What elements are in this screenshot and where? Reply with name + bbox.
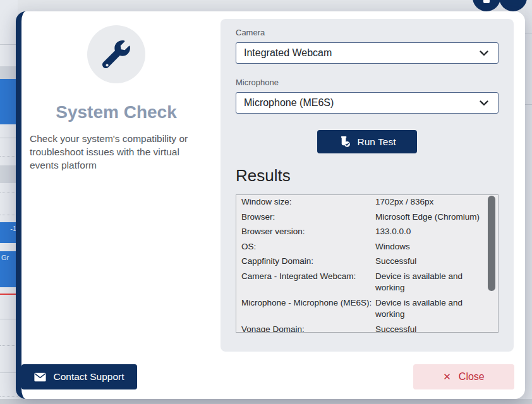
result-label: Microphone - Microphone (ME6S): [241,297,375,321]
run-test-label: Run Test [358,136,396,148]
microphone-label: Microphone [236,78,499,87]
calendar-gridline-dotted [0,345,18,346]
result-value: Microsoft Edge (Chromium) [375,211,493,223]
close-icon: ✕ [443,371,451,383]
camera-select-value: Integrated Webcam [244,47,332,59]
calendar-band [0,165,18,183]
current-time-indicator [0,294,18,295]
result-value: Successful [375,324,493,333]
result-label: Vonage Domain: [241,324,375,333]
calendar-gridline-dotted [0,193,18,193]
calendar-event-cell: Gr [0,251,18,287]
result-value: Device is available and working [375,297,493,321]
background-line [525,33,532,33]
camera-label: Camera [236,28,499,37]
result-label: Browser: [241,211,375,223]
calendar-event-cell: -1 [0,222,18,243]
calendar-gridline-dotted [0,396,18,397]
system-check-description: Check your system's compatibility or tro… [30,133,203,172]
calendar-gridline-dotted [0,215,18,215]
table-row: Camera - Integrated Webcam: Device is av… [236,270,498,296]
close-label: Close [459,371,485,383]
result-label: Camera - Integrated Webcam: [241,271,375,294]
result-value: 1702px / 836px [375,196,493,208]
chevron-down-icon [478,97,490,109]
calendar-gridline-dotted [0,156,18,157]
header-close-button-partial[interactable] [499,0,527,11]
table-row: Browser: Microsoft Edge (Chromium) [236,210,498,225]
calendar-gridline [0,372,18,373]
results-heading: Results [236,166,499,186]
table-row: OS: Windows [236,240,498,255]
background-page-edge [525,0,532,404]
calendar-gridline [0,319,18,319]
header-help-button-partial[interactable] [473,0,500,11]
envelope-icon [34,372,46,382]
table-row: Window size: 1702px / 836px [236,195,498,210]
background-calendar-fragment: -1 Gr [0,0,18,404]
microphone-select[interactable]: Microphone (ME6S) [236,92,499,114]
close-button[interactable]: ✕ Close [413,364,514,389]
system-check-info: System Check Check your system's compati… [21,11,211,172]
result-value: Successful [375,256,493,268]
calendar-band [0,66,18,79]
chevron-down-icon [478,47,490,59]
background-line [525,104,532,105]
result-label: OS: [241,241,375,253]
camera-select[interactable]: Integrated Webcam [236,42,499,64]
calendar-gridline [0,44,18,45]
table-row: Browser version: 133.0.0.0 [236,225,498,240]
contact-support-button[interactable]: Contact Support [21,364,137,389]
table-row: Microphone - Microphone (ME6S): Device i… [236,296,498,323]
table-row: Cappfinity Domain: Successful [236,254,498,270]
result-value: 133.0.0.0 [375,226,493,238]
contact-support-label: Contact Support [53,371,124,383]
table-row: Vonage Domain: Successful [236,323,498,333]
run-test-button[interactable]: Run Test [317,130,417,153]
result-label: Browser version: [241,226,375,238]
system-check-form-panel: Camera Integrated Webcam Microphone Micr… [221,19,514,352]
calendar-gridline [0,138,18,138]
microphone-select-value: Microphone (ME6S) [244,97,334,109]
wrench-icon-badge [87,25,145,83]
help-icon [483,0,490,3]
system-check-title: System Check [21,102,211,122]
results-table[interactable]: Window size: 1702px / 836px Browser: Mic… [236,194,499,333]
wrench-icon [102,40,130,68]
background-bottom-bar [0,399,532,404]
result-label: Window size: [241,196,375,208]
test-vial-icon [339,136,351,148]
result-value: Device is available and working [375,271,493,294]
results-scrollbar-thumb[interactable] [488,196,495,291]
result-label: Cappfinity Domain: [241,256,375,268]
system-check-modal: System Check Check your system's compati… [16,11,525,399]
calendar-event-cell [0,79,18,124]
result-value: Windows [375,241,493,253]
